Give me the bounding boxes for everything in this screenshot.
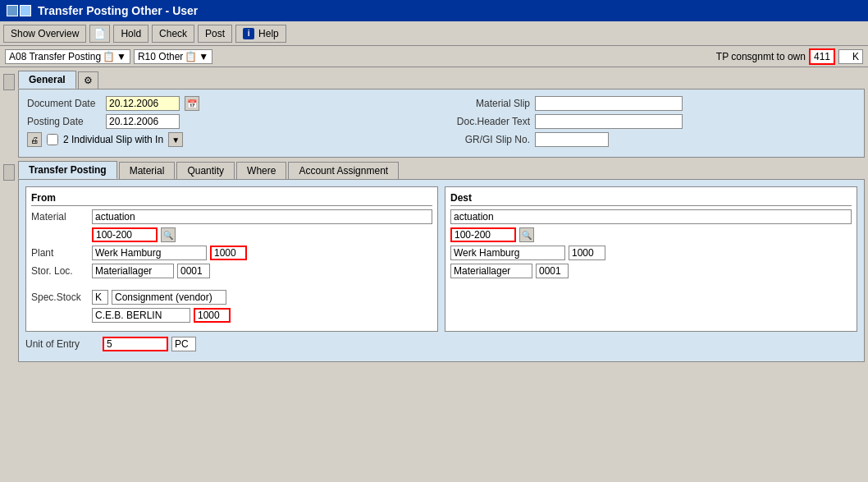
dest-material-search-button[interactable]: 🔍: [519, 227, 534, 242]
from-vendor-name-input[interactable]: [92, 308, 190, 323]
window-title: Transfer Posting Other - User: [38, 4, 198, 17]
app-icon: [7, 5, 31, 16]
doc-header-label: Doc.Header Text: [448, 116, 530, 127]
from-spec-stock-row: Spec.Stock: [31, 290, 432, 305]
from-stor-code-input[interactable]: [177, 264, 210, 278]
dest-material-row: [450, 209, 852, 224]
from-stor-row: Stor. Loc.: [31, 264, 432, 278]
dest-material-code-input[interactable]: [450, 227, 516, 242]
bookmark-icon-1[interactable]: [3, 74, 15, 90]
transfer-posting-tab-bar: Transfer Posting Material Quantity Where…: [18, 161, 865, 179]
general-tab-bar: General ⚙: [18, 71, 865, 89]
from-badge: From: [31, 192, 432, 206]
tab-account-assignment[interactable]: Account Assignment: [288, 162, 399, 179]
info-left: A08 Transfer Posting 📋 ▼ R10 Other 📋 ▼: [5, 49, 212, 64]
document-date-input[interactable]: [106, 96, 180, 111]
tp-suffix: K: [838, 49, 863, 64]
posting-date-input[interactable]: [106, 114, 180, 129]
dest-stor-name-input[interactable]: [450, 264, 532, 278]
title-bar: Transfer Posting Other - User: [0, 0, 868, 21]
document-date-row: Document Date 📅: [27, 96, 435, 111]
transfer-posting-label: A08 Transfer Posting: [9, 51, 101, 62]
general-tab-content: Document Date 📅 Posting Date 🖨 2 Individ…: [18, 89, 865, 158]
tab-settings[interactable]: ⚙: [78, 71, 98, 89]
from-material-row: Material: [31, 209, 432, 224]
dest-stor-row: [450, 264, 852, 278]
form-layout: Document Date 📅 Posting Date 🖨 2 Individ…: [27, 96, 856, 150]
check-button[interactable]: Check: [152, 25, 194, 43]
toolbar: Show Overview 📄 Hold Check Post i Help: [0, 21, 868, 46]
slip-checkbox[interactable]: [47, 134, 58, 145]
date-picker-button[interactable]: 📅: [185, 96, 199, 111]
material-slip-row: Material Slip: [448, 96, 856, 111]
dest-plant-name-input[interactable]: [450, 246, 565, 260]
from-plant-label: Plant: [31, 247, 89, 259]
from-vendor-code-input[interactable]: [194, 308, 231, 323]
posting-date-label: Posting Date: [27, 116, 101, 127]
post-button[interactable]: Post: [198, 25, 232, 43]
from-material-input[interactable]: [92, 209, 432, 224]
right-form-col: Material Slip Doc.Header Text GR/GI Slip…: [448, 96, 856, 150]
settings-icon: ⚙: [84, 75, 93, 86]
gr-gi-row: GR/GI Slip No.: [448, 132, 856, 147]
from-spec-stock-type-input[interactable]: [92, 290, 108, 305]
material-slip-input[interactable]: [535, 96, 683, 111]
dest-plant-code-input[interactable]: [569, 246, 605, 260]
hold-button[interactable]: Hold: [113, 25, 148, 43]
show-overview-button[interactable]: Show Overview: [3, 25, 86, 43]
dest-stor-code-input[interactable]: [536, 264, 569, 278]
posting-date-row: Posting Date: [27, 114, 435, 129]
dropdown-arrow2: ▼: [199, 51, 208, 62]
unit-value-input[interactable]: [103, 337, 168, 351]
gr-gi-input[interactable]: [535, 132, 609, 147]
tp-value: 411: [809, 48, 835, 65]
dropdown-arrow: ▼: [116, 51, 126, 62]
tab-general[interactable]: General: [18, 71, 76, 89]
info-icon: i: [243, 28, 254, 39]
material-slip-label: Material Slip: [448, 98, 530, 109]
from-material-label: Material: [31, 211, 89, 223]
doc-header-row: Doc.Header Text: [448, 114, 856, 129]
dest-panel: Dest 🔍: [445, 186, 857, 332]
info-right: TP consgnmt to own 411 K: [716, 48, 863, 65]
from-panel: From Material 🔍 Plant: [25, 186, 438, 332]
tab-material[interactable]: Material: [119, 162, 176, 179]
dest-material-input[interactable]: [450, 209, 852, 224]
dest-plant-row: [450, 246, 852, 260]
info-bar: A08 Transfer Posting 📋 ▼ R10 Other 📋 ▼ T…: [0, 46, 868, 67]
from-plant-name-input[interactable]: [92, 246, 207, 260]
tab-transfer-posting[interactable]: Transfer Posting: [18, 161, 117, 179]
slip-label: 2 Individual Slip with In: [63, 134, 163, 145]
bookmark-icon-2[interactable]: [3, 164, 15, 181]
panels-area: From Material 🔍 Plant: [25, 186, 857, 332]
from-spec-stock-name-input[interactable]: [112, 290, 226, 305]
tab-where[interactable]: Where: [236, 162, 286, 179]
from-vendor-row: [31, 308, 432, 323]
left-form-col: Document Date 📅 Posting Date 🖨 2 Individ…: [27, 96, 435, 150]
from-material-search-button[interactable]: 🔍: [161, 227, 176, 242]
from-plant-code-input[interactable]: [210, 246, 247, 260]
tab-quantity[interactable]: Quantity: [176, 162, 235, 179]
transfer-posting-icon: 📋: [103, 51, 115, 62]
unit-type-input[interactable]: [171, 337, 196, 351]
unit-of-entry-row: Unit of Entry: [25, 337, 857, 351]
tp-label: TP consgnmt to own: [716, 51, 806, 62]
from-material-code-input[interactable]: [92, 227, 158, 242]
transfer-posting-dropdown[interactable]: A08 Transfer Posting 📋 ▼: [5, 49, 130, 64]
document-date-label: Document Date: [27, 98, 101, 109]
from-stor-label: Stor. Loc.: [31, 265, 89, 277]
print-icon[interactable]: 🖨: [27, 132, 42, 147]
from-spec-stock-label: Spec.Stock: [31, 291, 89, 303]
slip-row: 🖨 2 Individual Slip with In ▼: [27, 132, 435, 147]
slip-dropdown-btn[interactable]: ▼: [168, 132, 183, 147]
from-material-code-row: 🔍: [31, 227, 432, 242]
from-stor-name-input[interactable]: [92, 264, 174, 278]
other-label: R10 Other: [138, 51, 183, 62]
dest-material-code-row: 🔍: [450, 227, 852, 242]
doc-header-input[interactable]: [535, 114, 683, 129]
from-plant-row: Plant: [31, 246, 432, 260]
help-button[interactable]: i Help: [235, 25, 286, 43]
other-dropdown[interactable]: R10 Other 📋 ▼: [134, 49, 212, 64]
gr-gi-label: GR/GI Slip No.: [448, 134, 530, 145]
copy-button[interactable]: 📄: [89, 25, 110, 43]
